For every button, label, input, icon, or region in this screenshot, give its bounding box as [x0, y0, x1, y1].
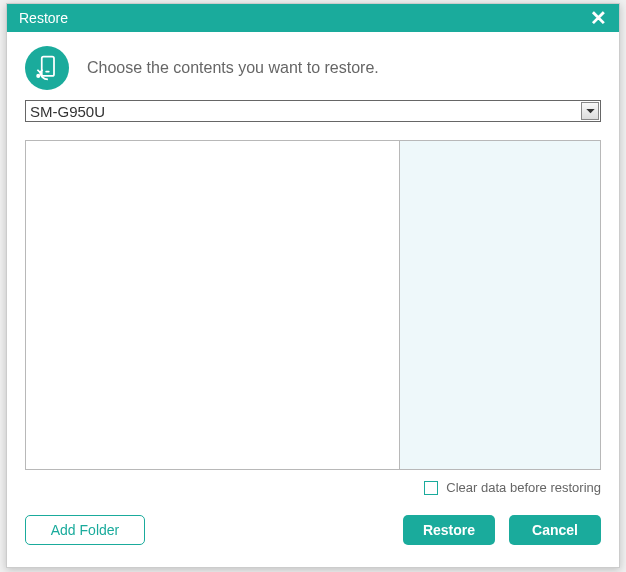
- content-preview-panel[interactable]: [399, 141, 600, 469]
- dropdown-selected: SM-G950U: [26, 103, 109, 120]
- svg-rect-0: [42, 57, 54, 76]
- svg-point-2: [36, 74, 40, 78]
- clear-data-checkbox[interactable]: [424, 481, 438, 495]
- clear-data-label: Clear data before restoring: [446, 480, 601, 495]
- header-row: Choose the contents you want to restore.: [7, 32, 619, 100]
- close-icon[interactable]: ✕: [586, 8, 611, 28]
- restore-button[interactable]: Restore: [403, 515, 495, 545]
- svg-rect-1: [45, 71, 49, 73]
- add-folder-button[interactable]: Add Folder: [25, 515, 145, 545]
- chevron-down-icon[interactable]: [581, 102, 599, 120]
- device-dropdown[interactable]: SM-G950U: [25, 100, 601, 122]
- button-row: Add Folder Restore Cancel: [7, 495, 619, 559]
- content-panels: [25, 140, 601, 470]
- restore-phone-icon: [25, 46, 69, 90]
- cancel-button[interactable]: Cancel: [509, 515, 601, 545]
- content-list-panel[interactable]: [26, 141, 399, 469]
- title: Restore: [19, 10, 68, 26]
- header-instruction: Choose the contents you want to restore.: [87, 59, 379, 77]
- restore-dialog: Restore ✕ Choose the contents you want t…: [6, 3, 620, 568]
- titlebar: Restore ✕: [7, 4, 619, 32]
- clear-data-row: Clear data before restoring: [7, 470, 619, 495]
